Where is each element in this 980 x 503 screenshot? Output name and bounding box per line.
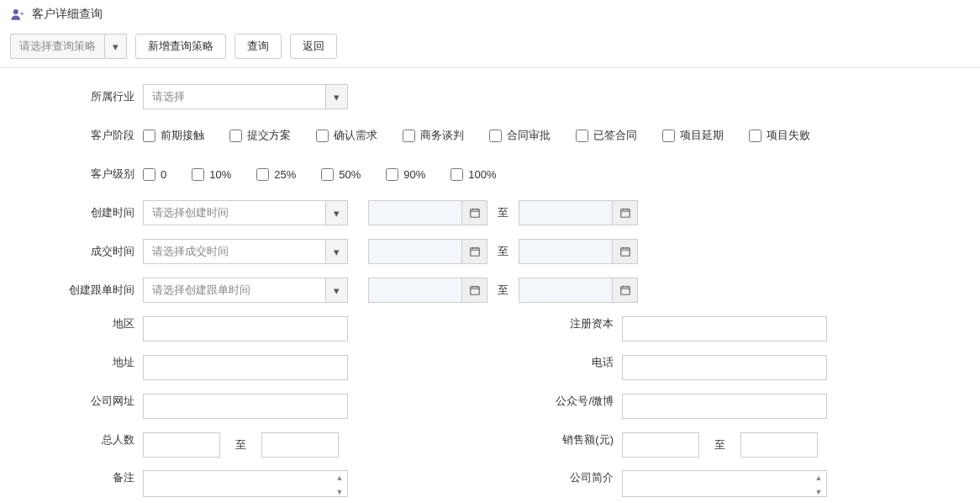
sales-min-input[interactable] bbox=[622, 432, 699, 458]
date-input-end[interactable] bbox=[519, 239, 613, 264]
svg-rect-3 bbox=[470, 248, 479, 256]
follow-time-end bbox=[519, 278, 638, 303]
calendar-icon[interactable] bbox=[613, 200, 638, 225]
strategy-dropdown[interactable]: 请选择查询策略 ▾ bbox=[10, 34, 127, 59]
chevron-down-icon[interactable]: ▾ bbox=[325, 201, 347, 225]
range-separator: 至 bbox=[494, 283, 512, 298]
spinner-up-icon[interactable]: ▲ bbox=[811, 471, 826, 485]
sales-max-input[interactable] bbox=[740, 432, 818, 458]
checkbox[interactable] bbox=[143, 168, 155, 181]
date-input-start[interactable] bbox=[368, 278, 462, 303]
checkbox[interactable] bbox=[662, 130, 675, 142]
search-button[interactable]: 查询 bbox=[234, 34, 282, 59]
svg-point-0 bbox=[13, 9, 18, 14]
stage-checkbox-item[interactable]: 合同审批 bbox=[489, 128, 551, 143]
chevron-down-icon[interactable]: ▾ bbox=[325, 85, 347, 109]
stage-checkbox-item[interactable]: 商务谈判 bbox=[403, 128, 464, 143]
remark-textarea[interactable] bbox=[143, 470, 348, 497]
back-button[interactable]: 返回 bbox=[290, 34, 337, 59]
stage-label: 客户阶段 bbox=[50, 128, 143, 143]
level-checkbox-item[interactable]: 50% bbox=[321, 168, 361, 181]
checkbox[interactable] bbox=[316, 130, 329, 142]
checkbox-label: 前期接触 bbox=[161, 128, 204, 143]
svg-rect-4 bbox=[620, 248, 630, 256]
create-time-dropdown[interactable]: 请选择创建时间 ▾ bbox=[143, 200, 348, 225]
chevron-down-icon[interactable]: ▾ bbox=[325, 240, 347, 263]
calendar-icon[interactable] bbox=[462, 278, 487, 303]
stage-checkbox-item[interactable]: 项目延期 bbox=[662, 128, 724, 143]
spinner-down-icon[interactable]: ▼ bbox=[332, 485, 347, 500]
stage-checkbox-item[interactable]: 确认需求 bbox=[316, 128, 377, 143]
headcount-min-input[interactable] bbox=[143, 432, 220, 458]
social-input[interactable] bbox=[622, 394, 827, 419]
phone-input[interactable] bbox=[622, 355, 827, 380]
date-input-end[interactable] bbox=[519, 278, 613, 303]
profile-label: 公司简介 bbox=[521, 470, 622, 485]
region-input[interactable] bbox=[143, 316, 348, 342]
level-checkbox-item[interactable]: 25% bbox=[256, 168, 296, 181]
date-input-start[interactable] bbox=[368, 200, 462, 225]
industry-dropdown-text: 请选择 bbox=[144, 89, 325, 104]
spinner: ▲ ▼ bbox=[811, 471, 826, 499]
spinner: ▲ ▼ bbox=[332, 471, 347, 499]
checkbox[interactable] bbox=[489, 130, 502, 142]
stage-checkbox-item[interactable]: 前期接触 bbox=[143, 128, 204, 143]
strategy-dropdown-text: 请选择查询策略 bbox=[11, 39, 104, 54]
spinner-up-icon[interactable]: ▲ bbox=[332, 471, 347, 485]
checkbox[interactable] bbox=[403, 130, 415, 142]
checkbox-label: 50% bbox=[339, 168, 361, 181]
checkbox[interactable] bbox=[749, 130, 761, 142]
chevron-down-icon[interactable]: ▾ bbox=[325, 278, 347, 302]
chevron-down-icon[interactable]: ▾ bbox=[104, 34, 126, 58]
customer-icon bbox=[10, 7, 25, 22]
stage-checkbox-item[interactable]: 已签合同 bbox=[576, 128, 637, 143]
calendar-icon[interactable] bbox=[613, 239, 638, 264]
date-input-start[interactable] bbox=[368, 239, 462, 264]
address-label: 地址 bbox=[50, 355, 143, 370]
level-checkbox-item[interactable]: 10% bbox=[192, 168, 231, 181]
checkbox[interactable] bbox=[192, 168, 204, 181]
checkbox[interactable] bbox=[321, 168, 334, 181]
level-checkbox-group: 0 10% 25% 50% 90% 100% bbox=[143, 168, 497, 181]
stage-checkbox-item[interactable]: 提交方案 bbox=[229, 128, 291, 143]
stage-checkbox-item[interactable]: 项目失败 bbox=[749, 128, 810, 143]
svg-rect-2 bbox=[620, 209, 630, 217]
new-strategy-button[interactable]: 新增查询策略 bbox=[135, 34, 226, 59]
stage-checkbox-group: 前期接触 提交方案 确认需求 商务谈判 合同审批 已签合同 项目延期 项目失败 bbox=[143, 128, 810, 143]
address-input[interactable] bbox=[143, 355, 348, 380]
follow-time-label: 创建跟单时间 bbox=[50, 283, 143, 298]
checkbox[interactable] bbox=[256, 168, 269, 181]
industry-dropdown[interactable]: 请选择 ▾ bbox=[143, 84, 348, 109]
deal-time-end bbox=[519, 239, 638, 264]
checkbox-label: 90% bbox=[403, 168, 425, 181]
level-checkbox-item[interactable]: 0 bbox=[143, 168, 166, 181]
spinner-down-icon[interactable]: ▼ bbox=[811, 485, 826, 500]
page-title: 客户详细查询 bbox=[32, 7, 103, 22]
checkbox[interactable] bbox=[576, 130, 588, 142]
follow-time-dropdown[interactable]: 请选择创建跟单时间 ▾ bbox=[143, 278, 348, 303]
form: 所属行业 请选择 ▾ 客户阶段 前期接触 提交方案 确认需求 商务谈判 合同审批… bbox=[0, 68, 980, 503]
headcount-max-input[interactable] bbox=[261, 432, 339, 458]
level-checkbox-item[interactable]: 100% bbox=[450, 168, 496, 181]
profile-textarea[interactable] bbox=[622, 470, 827, 497]
calendar-icon[interactable] bbox=[613, 278, 638, 303]
region-label: 地区 bbox=[50, 316, 143, 331]
calendar-icon[interactable] bbox=[462, 200, 487, 225]
level-checkbox-item[interactable]: 90% bbox=[386, 168, 425, 181]
website-label: 公司网址 bbox=[50, 394, 143, 409]
svg-rect-1 bbox=[470, 209, 479, 217]
deal-time-dropdown[interactable]: 请选择成交时间 ▾ bbox=[143, 239, 348, 264]
checkbox[interactable] bbox=[450, 168, 463, 181]
checkbox[interactable] bbox=[229, 130, 242, 142]
checkbox[interactable] bbox=[386, 168, 398, 181]
checkbox[interactable] bbox=[143, 130, 155, 142]
date-input-end[interactable] bbox=[519, 200, 613, 225]
reg-capital-input[interactable] bbox=[622, 316, 827, 342]
dropdown-text: 请选择创建时间 bbox=[144, 205, 325, 220]
checkbox-label: 项目失败 bbox=[767, 128, 810, 143]
social-label: 公众号/微博 bbox=[521, 394, 622, 409]
calendar-icon[interactable] bbox=[462, 239, 487, 264]
dropdown-text: 请选择成交时间 bbox=[144, 244, 325, 259]
reg-capital-label: 注册资本 bbox=[521, 316, 622, 331]
website-input[interactable] bbox=[143, 394, 348, 419]
